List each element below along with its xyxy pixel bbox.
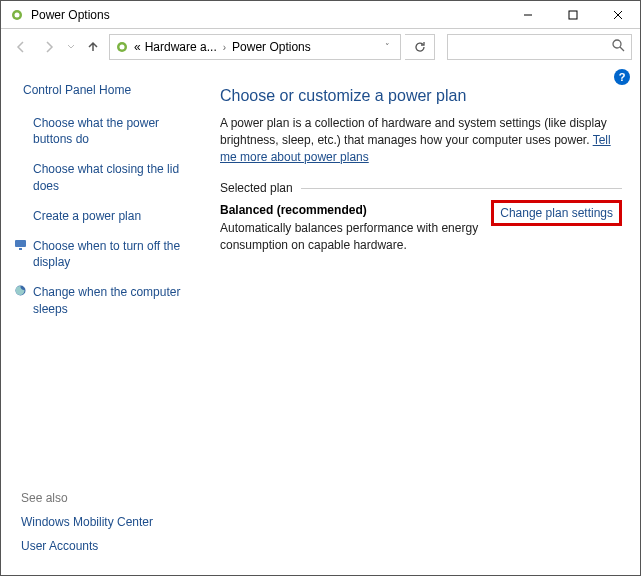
search-box[interactable] [447, 34, 632, 60]
see-also-header: See also [13, 491, 194, 505]
svg-point-8 [613, 40, 621, 48]
svg-line-9 [620, 47, 624, 51]
change-plan-settings-highlight: Change plan settings [491, 200, 622, 226]
page-heading: Choose or customize a power plan [220, 87, 622, 105]
sidebar-link-label: Choose what closing the lid does [33, 161, 194, 193]
recent-locations-dropdown[interactable] [65, 35, 77, 59]
sidebar-link-label: Choose what the power buttons do [33, 115, 194, 147]
display-icon [13, 238, 27, 251]
titlebar: Power Options [1, 1, 640, 29]
address-bar[interactable]: « Hardware a... › Power Options ˅ [109, 34, 401, 60]
sidebar-link-power-buttons[interactable]: Choose what the power buttons do [13, 115, 194, 147]
power-options-icon [114, 39, 130, 55]
sidebar: Control Panel Home Choose what the power… [1, 65, 206, 575]
content-area: ? Control Panel Home Choose what the pow… [1, 65, 640, 575]
breadcrumb-dropdown[interactable]: ˅ [379, 42, 396, 52]
search-icon[interactable] [612, 39, 625, 55]
svg-rect-10 [15, 240, 26, 247]
svg-rect-11 [19, 248, 22, 250]
close-button[interactable] [595, 1, 640, 29]
svg-point-7 [120, 45, 125, 50]
selected-plan-label: Selected plan [220, 181, 301, 195]
power-options-icon [9, 7, 25, 23]
window-title: Power Options [31, 8, 110, 22]
control-panel-home-link[interactable]: Control Panel Home [23, 83, 194, 97]
refresh-button[interactable] [405, 34, 435, 60]
change-plan-settings-link[interactable]: Change plan settings [500, 206, 613, 220]
forward-button[interactable] [37, 35, 61, 59]
svg-rect-3 [569, 11, 577, 19]
sleep-icon [13, 284, 27, 297]
sidebar-link-create-plan[interactable]: Create a power plan [13, 208, 194, 224]
chevron-right-icon[interactable]: › [221, 42, 228, 53]
main-panel: Choose or customize a power plan A power… [206, 65, 640, 575]
selected-plan-section: Selected plan [220, 181, 622, 195]
navbar: « Hardware a... › Power Options ˅ [1, 29, 640, 65]
maximize-button[interactable] [550, 1, 595, 29]
description-text: A power plan is a collection of hardware… [220, 116, 607, 147]
power-plan-row: Balanced (recommended) Automatically bal… [220, 203, 622, 252]
sidebar-link-turn-off-display[interactable]: Choose when to turn off the display [13, 238, 194, 270]
sidebar-link-label: Choose when to turn off the display [33, 238, 194, 270]
breadcrumb-current[interactable]: Power Options [232, 40, 311, 54]
up-button[interactable] [81, 35, 105, 59]
help-icon[interactable]: ? [614, 69, 630, 85]
svg-point-1 [15, 12, 20, 17]
sidebar-link-computer-sleeps[interactable]: Change when the computer sleeps [13, 284, 194, 316]
plan-description: Automatically balances performance with … [220, 220, 483, 252]
sidebar-link-label: Change when the computer sleeps [33, 284, 194, 316]
plan-name: Balanced (recommended) [220, 203, 483, 217]
minimize-button[interactable] [505, 1, 550, 29]
sidebar-link-label: Create a power plan [33, 208, 194, 224]
search-input[interactable] [454, 40, 612, 54]
breadcrumb-parent[interactable]: Hardware a... [145, 40, 217, 54]
sidebar-link-closing-lid[interactable]: Choose what closing the lid does [13, 161, 194, 193]
breadcrumb-ellipsis[interactable]: « [134, 40, 141, 54]
back-button[interactable] [9, 35, 33, 59]
plan-info: Balanced (recommended) Automatically bal… [220, 203, 483, 252]
see-also-mobility-center[interactable]: Windows Mobility Center [13, 515, 194, 529]
page-description: A power plan is a collection of hardware… [220, 115, 622, 165]
see-also-user-accounts[interactable]: User Accounts [13, 539, 194, 553]
window-controls [505, 1, 640, 29]
divider [301, 188, 622, 189]
